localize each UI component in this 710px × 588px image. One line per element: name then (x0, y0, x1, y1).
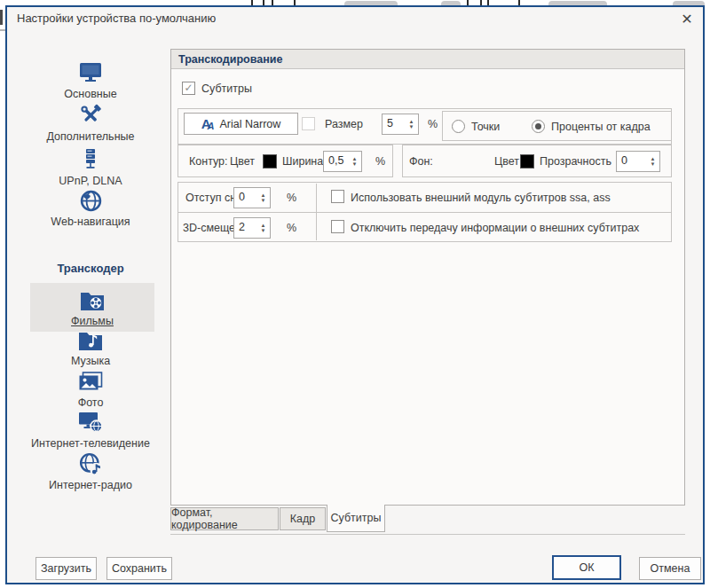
internet-tv-icon (78, 410, 103, 435)
outline-width-arrows: ▲▼ (348, 152, 361, 171)
background-label: Фон: (409, 155, 433, 169)
spin-down-icon[interactable]: ▼ (261, 228, 266, 233)
shift3d-value[interactable]: 2 (234, 218, 256, 238)
size-unit-label: % (428, 118, 438, 131)
sidebar-item-internet-tv[interactable]: Интернет-телевидение (14, 410, 167, 450)
bottom-offset-arrows: ▲▼ (256, 188, 270, 208)
outline-width-spinner[interactable]: 0,5 ▲▼ (323, 151, 362, 172)
size-value[interactable]: 5 (383, 114, 405, 134)
bg-fragment (0, 10, 3, 25)
size-label: Размер (325, 118, 363, 131)
tab-label: Кадр (290, 513, 315, 525)
opacity-arrows: ▲▼ (646, 152, 659, 171)
save-button[interactable]: Сохранить (106, 557, 172, 580)
outline-width-unit: % (375, 155, 385, 169)
disable-external-info-checkbox[interactable] (331, 220, 344, 233)
internet-radio-icon (79, 451, 103, 476)
sidebar-item-internet-radio[interactable]: Интернет-радио (14, 451, 167, 491)
background-color-swatch[interactable] (520, 154, 534, 169)
sidebar-item-web-navigation[interactable]: Web-навигация (14, 188, 167, 228)
outline-width-label: Ширина (282, 155, 323, 169)
bottom-offset-value[interactable]: 0 (234, 188, 256, 208)
background-color-label: Цвет (494, 155, 519, 169)
save-button-label: Сохранить (112, 562, 167, 575)
shift3d-unit: % (287, 222, 296, 235)
opacity-spinner[interactable]: 0 ▲▼ (616, 151, 660, 172)
shift3d-arrows: ▲▼ (256, 218, 270, 238)
close-icon[interactable]: ✕ (676, 9, 698, 28)
sidebar-item-upnp-dlna[interactable]: UPnP, DLNA (14, 147, 167, 187)
percent-of-frame-radio[interactable] (532, 120, 545, 133)
tab-frame[interactable]: Кадр (280, 507, 326, 530)
font-extra-checkbox[interactable] (302, 117, 315, 130)
points-radio[interactable] (452, 120, 465, 133)
sidebar-item-label: Дополнительные (47, 130, 135, 143)
external-module-checkbox[interactable] (331, 190, 344, 203)
sidebar-item-label: Интернет-телевидение (31, 437, 150, 450)
movies-folder-icon (80, 287, 105, 312)
tools-icon (79, 103, 102, 128)
spin-down-icon[interactable]: ▼ (352, 161, 358, 167)
subtitles-checkbox[interactable]: ✓ (182, 82, 195, 95)
size-mode-group: Точки Проценты от кадра (442, 111, 672, 141)
outline-color-label: Цвет (230, 155, 255, 169)
spin-down-icon[interactable]: ▼ (409, 124, 414, 129)
size-spinner-arrows: ▲▼ (405, 114, 418, 134)
sidebar-item-basic[interactable]: Основные (14, 60, 167, 100)
points-radio-label[interactable]: Точки (471, 121, 500, 134)
sidebar-item-movies[interactable]: Фильмы (30, 283, 154, 332)
settings-dialog: Настройки устройства по-умолчанию ✕ Осно… (5, 5, 705, 584)
subtitles-checkbox-label[interactable]: Субтитры (201, 82, 252, 96)
sidebar-item-label: Интернет-радио (49, 479, 132, 491)
photo-icon (78, 369, 103, 394)
ok-button-label: ОК (579, 561, 594, 574)
ok-button[interactable]: ОК (552, 555, 621, 580)
load-button[interactable]: Загрузить (36, 557, 97, 580)
percent-of-frame-radio-label[interactable]: Проценты от кадра (551, 121, 651, 134)
tab-label: Формат, кодирование (171, 506, 278, 531)
check-icon: ✓ (184, 82, 193, 93)
outline-color-swatch[interactable] (263, 154, 277, 169)
sidebar-item-music[interactable]: Музыка (14, 327, 167, 367)
bottom-offset-spinner[interactable]: 0 ▲▼ (233, 187, 271, 208)
external-module-checkbox-label[interactable]: Использовать внешний модуль субтитров ss… (351, 192, 611, 205)
font-select-button[interactable]: AA Arial Narrow (184, 113, 298, 135)
offsets-group: Отступ снизу 0 ▲▼ % Использовать внешний… (178, 182, 672, 242)
opacity-label: Прозрачность (540, 155, 611, 169)
group-divider (178, 212, 671, 213)
tab-label: Субтитры (331, 512, 382, 524)
shift3d-spinner[interactable]: 2 ▲▼ (233, 217, 271, 239)
sidebar-item-label: Web-навигация (51, 216, 130, 228)
outline-group: Контур: Цвет Ширина 0,5 ▲▼ % (178, 145, 393, 177)
sidebar-item-label: Музыка (71, 355, 110, 367)
transcoding-panel: Транскодирование ✓ Субтитры AA Arial Nar… (170, 49, 685, 506)
screen: Настройки устройства по-умолчанию ✕ Осно… (0, 0, 710, 588)
sidebar-item-label: UPnP, DLNA (59, 175, 122, 187)
monitor-icon (78, 60, 103, 85)
music-folder-icon (78, 327, 103, 352)
sidebar-item-label: Основные (64, 88, 116, 100)
disable-external-info-checkbox-label[interactable]: Отключить передачу информации о внешних … (351, 222, 639, 235)
background-group: Фон: Цвет Прозрачность 0 ▲▼ (402, 145, 672, 177)
tab-strip-line (170, 534, 685, 535)
size-spinner[interactable]: 5 ▲▼ (382, 114, 419, 135)
bottom-offset-unit: % (287, 192, 296, 205)
globe-icon (79, 188, 103, 213)
tab-format-encoding[interactable]: Формат, кодирование (170, 507, 279, 530)
load-button-label: Загрузить (41, 562, 91, 575)
sidebar-item-additional[interactable]: Дополнительные (14, 103, 167, 143)
server-icon (80, 147, 101, 172)
dialog-title: Настройки устройства по-умолчанию (17, 12, 216, 25)
tab-subtitles[interactable]: Субтитры (327, 505, 385, 532)
outline-width-value[interactable]: 0,5 (324, 152, 348, 171)
cancel-button[interactable]: Отмена (639, 557, 701, 580)
sidebar-item-label: Фильмы (71, 315, 114, 327)
spin-down-icon[interactable]: ▼ (651, 161, 656, 167)
opacity-value[interactable]: 0 (617, 152, 646, 171)
sidebar-section-transcoder: Транскодер (14, 262, 167, 275)
cancel-button-label: Отмена (651, 562, 690, 575)
font-icon: AA (201, 117, 215, 131)
outline-label: Контур: (189, 155, 228, 169)
sidebar-item-photo[interactable]: Фото (14, 369, 167, 409)
spin-down-icon[interactable]: ▼ (261, 198, 266, 203)
